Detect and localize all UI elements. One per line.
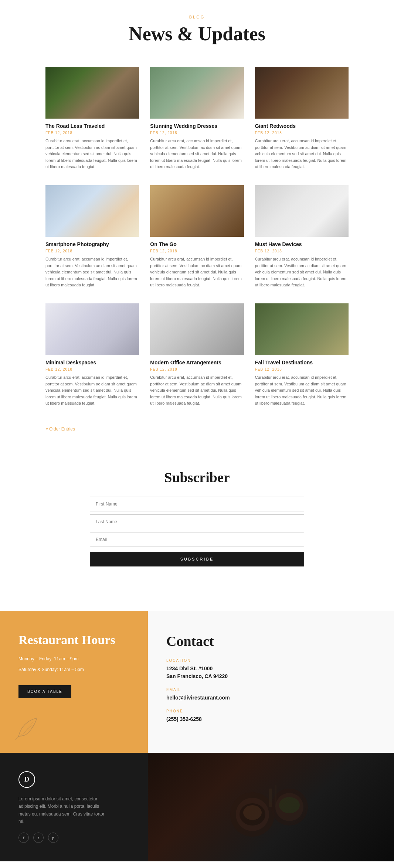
phone-value: (255) 352-6258 (166, 715, 376, 723)
article-date: FEB 12, 2018 (150, 249, 244, 253)
subscribe-button[interactable]: SUBSCRIBE (90, 552, 304, 566)
article-title[interactable]: Stunning Wedding Dresses (150, 123, 244, 129)
article-card: Minimal Deskspaces FEB 12, 2018 Curabitu… (45, 303, 139, 407)
bottom-footer: D Lorem ipsum dolor sit amet, consectetu… (0, 753, 394, 862)
footer-logo: D (18, 771, 35, 788)
contact-block: Contact LOCATION 1234 Divi St. #1000San … (148, 611, 394, 753)
article-card: Modern Office Arrangements FEB 12, 2018 … (150, 303, 244, 407)
weekend-hours: Saturday & Sunday: 11am – 5pm (18, 665, 129, 674)
article-excerpt: Curabitur arcu erat, accumsan id imperdi… (150, 374, 244, 407)
articles-container: The Road Less Traveled FEB 12, 2018 Cura… (38, 67, 356, 407)
article-image (255, 303, 349, 355)
article-date: FEB 12, 2018 (150, 131, 244, 135)
leaf-decoration-icon (11, 714, 41, 745)
twitter-icon[interactable]: t (33, 833, 44, 843)
article-date: FEB 12, 2018 (255, 249, 349, 253)
phone-label: PHONE (166, 709, 376, 713)
article-image (45, 303, 139, 355)
article-excerpt: Curabitur arcu erat, accumsan id imperdi… (150, 138, 244, 170)
blog-header: BLOG News & Updates (0, 0, 394, 67)
location-value: 1234 Divi St. #1000San Francisco, CA 942… (166, 665, 376, 680)
article-date: FEB 12, 2018 (45, 131, 139, 135)
hours-title: Restaurant Hours (18, 633, 129, 647)
email-label: EMAIL (166, 688, 376, 692)
subscriber-section: Subscriber SUBSCRIBE (0, 447, 394, 589)
article-card: Giant Redwoods FEB 12, 2018 Curabitur ar… (255, 67, 349, 170)
last-name-input[interactable] (90, 514, 304, 529)
article-card: Must Have Devices FEB 12, 2018 Curabitur… (255, 185, 349, 289)
facebook-icon[interactable]: f (18, 833, 29, 843)
article-title[interactable]: The Road Less Traveled (45, 123, 139, 129)
email-input[interactable] (90, 532, 304, 547)
article-excerpt: Curabitur arcu erat, accumsan id imperdi… (45, 256, 139, 289)
article-image (45, 67, 139, 119)
article-image (150, 67, 244, 119)
footer-food-image (148, 753, 394, 862)
blog-label: BLOG (7, 15, 387, 19)
older-entries-container: « Older Entries (38, 422, 356, 447)
first-name-input[interactable] (90, 497, 304, 511)
weekday-hours: Monday – Friday: 11am – 9pm (18, 654, 129, 663)
subscriber-title: Subscriber (7, 469, 387, 486)
article-image (255, 67, 349, 119)
article-card: The Road Less Traveled FEB 12, 2018 Cura… (45, 67, 139, 170)
svg-point-6 (279, 797, 300, 813)
article-date: FEB 12, 2018 (150, 367, 244, 371)
page-title: News & Updates (7, 23, 387, 45)
articles-row-2: Smartphone Photography FEB 12, 2018 Cura… (45, 185, 349, 289)
article-excerpt: Curabitur arcu erat, accumsan id imperdi… (45, 138, 139, 170)
article-title[interactable]: Minimal Deskspaces (45, 360, 139, 365)
subscriber-form: SUBSCRIBE (90, 497, 304, 566)
article-date: FEB 12, 2018 (255, 367, 349, 371)
article-title[interactable]: Smartphone Photography (45, 241, 139, 247)
article-title[interactable]: Must Have Devices (255, 241, 349, 247)
articles-row-1: The Road Less Traveled FEB 12, 2018 Cura… (45, 67, 349, 170)
footer-right-panel (148, 753, 394, 862)
svg-rect-7 (269, 789, 272, 807)
svg-rect-8 (275, 785, 276, 807)
article-date: FEB 12, 2018 (45, 367, 139, 371)
article-excerpt: Curabitur arcu erat, accumsan id imperdi… (255, 374, 349, 407)
article-date: FEB 12, 2018 (45, 249, 139, 253)
footer-description: Lorem ipsum dolor sit amet, consectetur … (18, 795, 107, 826)
article-image (150, 185, 244, 237)
article-title[interactable]: On The Go (150, 241, 244, 247)
article-card: On The Go FEB 12, 2018 Curabitur arcu er… (150, 185, 244, 289)
book-table-button[interactable]: BOOK A TABLE (18, 685, 71, 698)
article-date: FEB 12, 2018 (255, 131, 349, 135)
article-excerpt: Curabitur arcu erat, accumsan id imperdi… (255, 256, 349, 289)
article-title[interactable]: Modern Office Arrangements (150, 360, 244, 365)
footer-info-section: Restaurant Hours Monday – Friday: 11am –… (0, 611, 394, 753)
article-card: Fall Travel Destinations FEB 12, 2018 Cu… (255, 303, 349, 407)
restaurant-hours-block: Restaurant Hours Monday – Friday: 11am –… (0, 611, 148, 753)
svg-point-5 (243, 805, 262, 820)
contact-title: Contact (166, 633, 376, 649)
pinterest-icon[interactable]: p (48, 833, 58, 843)
article-image (45, 185, 139, 237)
article-title[interactable]: Giant Redwoods (255, 123, 349, 129)
location-label: LOCATION (166, 658, 376, 663)
social-icons-group: f t p (18, 833, 129, 843)
article-excerpt: Curabitur arcu erat, accumsan id imperdi… (255, 138, 349, 170)
article-title[interactable]: Fall Travel Destinations (255, 360, 349, 365)
footer-left-panel: D Lorem ipsum dolor sit amet, consectetu… (0, 753, 148, 862)
article-image (255, 185, 349, 237)
article-excerpt: Curabitur arcu erat, accumsan id imperdi… (45, 374, 139, 407)
email-value: hello@divirestaurant.com (166, 694, 376, 702)
article-card: Stunning Wedding Dresses FEB 12, 2018 Cu… (150, 67, 244, 170)
older-entries-link[interactable]: « Older Entries (45, 426, 75, 432)
article-card: Smartphone Photography FEB 12, 2018 Cura… (45, 185, 139, 289)
article-excerpt: Curabitur arcu erat, accumsan id imperdi… (150, 256, 244, 289)
articles-row-3: Minimal Deskspaces FEB 12, 2018 Curabitu… (45, 303, 349, 407)
article-image (150, 303, 244, 355)
